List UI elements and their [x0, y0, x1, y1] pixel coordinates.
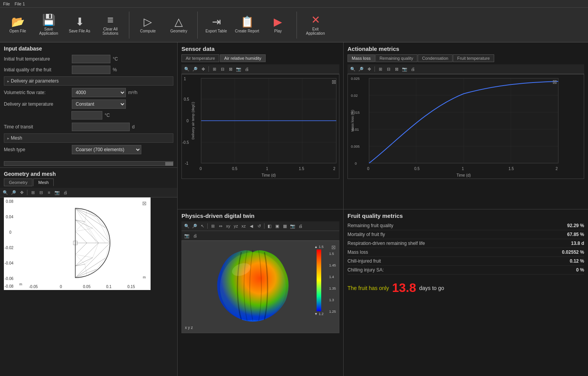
zoom-out3-icon[interactable]: 🔎	[191, 223, 198, 229]
3d-resize-icon[interactable]: ⊠	[331, 244, 336, 250]
camera3-icon[interactable]: 📷	[401, 66, 408, 73]
metrics-chart-resize-icon[interactable]: ⊠	[552, 79, 557, 85]
mesh-header[interactable]: Mesh	[4, 133, 173, 143]
export-table-button[interactable]: ⇥ Export Table	[202, 10, 230, 40]
geometry-button[interactable]: △ Geometry	[165, 10, 193, 40]
volumetric-flow-row: Volumetric flow rate: 4000 m³/h	[4, 88, 173, 97]
cursor3-icon[interactable]: ↖	[199, 223, 206, 229]
delivery-air-temp-input[interactable]: 0	[71, 111, 102, 120]
time-of-transit-row: Time of transit 2 [d] d	[4, 123, 173, 131]
create-report-button[interactable]: 📋 Create Report	[233, 10, 261, 40]
pan-icon[interactable]: ✥	[366, 66, 373, 73]
camera5-icon[interactable]: 📷	[183, 232, 190, 239]
svg-text:1: 1	[266, 167, 268, 171]
file-menu[interactable]: File	[3, 2, 10, 6]
time-of-transit-label: Time of transit	[4, 124, 69, 130]
initial-quality-input[interactable]: 100 [%]	[72, 66, 110, 74]
exit-application-button[interactable]: ✕ Exit Application	[302, 10, 329, 40]
svg-line-31	[75, 243, 87, 255]
delivery-air-header[interactable]: Delivery air parameters	[4, 76, 173, 86]
grid-toggle-icon[interactable]: ⊟	[219, 66, 226, 73]
chart-resize-icon[interactable]: ⊠	[332, 79, 336, 85]
zoom-in-icon[interactable]: 🔍	[2, 189, 9, 196]
metric-row-2: Respiration-driven remaining shelf life …	[347, 239, 584, 248]
print2-icon[interactable]: 🖨	[243, 66, 250, 73]
svg-text:2: 2	[333, 167, 336, 171]
mesh-type-select[interactable]: Coarser (700 elements)	[72, 145, 141, 154]
prev-icon[interactable]: ◀	[248, 223, 255, 229]
time-of-transit-input[interactable]: 2 [d]	[72, 123, 130, 131]
xy-icon[interactable]: xy	[225, 223, 232, 229]
grid-toggle2-icon[interactable]: ⊟	[385, 66, 392, 73]
camera4-icon[interactable]: 📷	[289, 223, 296, 229]
axes-toggle2-icon[interactable]: ⊞	[377, 66, 384, 73]
rotate-icon[interactable]: ↺	[256, 223, 263, 229]
tab-remaining-quality[interactable]: Remaining quality	[375, 54, 417, 62]
toolbar-separator-1	[129, 12, 129, 39]
axes-toggle-icon[interactable]: ⊞	[211, 66, 218, 73]
tab-air-temperature[interactable]: Air temperature	[181, 54, 219, 62]
play-button[interactable]: ▶ Play	[264, 10, 292, 40]
print4-icon[interactable]: 🖨	[297, 223, 304, 229]
zoom-out-icon[interactable]: 🔎	[191, 66, 198, 73]
tab-geometry[interactable]: Geometry	[4, 179, 32, 186]
tab-fruit-temperature[interactable]: Fruit temperature	[453, 54, 494, 62]
print-icon[interactable]: 🖨	[62, 189, 69, 196]
box-icon[interactable]: ⊞	[209, 223, 216, 229]
save-file-as-button[interactable]: ⬇ Save File As	[66, 10, 93, 40]
open-file-icon: 📂	[11, 17, 25, 27]
svg-line-28	[75, 258, 93, 266]
colorbar-label-3: 1.4	[329, 275, 336, 279]
svg-text:Time (d): Time (d)	[262, 173, 276, 177]
initial-fruit-temp-input[interactable]: 20	[72, 55, 110, 63]
create-report-icon: 📋	[241, 17, 254, 27]
tab-mass-loss[interactable]: Mass loss	[347, 54, 375, 62]
delivery-air-temp-value-row: 0 °C	[71, 111, 173, 120]
clear-all-solutions-button[interactable]: ≡ Clear All Solutions	[97, 10, 124, 40]
metrics-chart-svg: 0.025 0.02 0.015 0.01 0.005 0 0 0.5 1 1.…	[348, 74, 564, 179]
vis3-icon[interactable]: ▦	[281, 223, 288, 229]
physics-twin-title: Physics-driven digital twin	[181, 212, 339, 219]
pan-icon[interactable]: ✥	[18, 189, 25, 196]
save-application-button[interactable]: 💾 Save Application	[35, 10, 63, 40]
open-file-button[interactable]: 📂 Open File	[4, 10, 32, 40]
svg-line-15	[75, 208, 105, 228]
data-cursor-icon[interactable]: ⊠	[227, 66, 234, 73]
resize-icon[interactable]: ⊠	[142, 200, 147, 206]
physics-chart-toolbar2: 📷 🖨	[181, 231, 339, 241]
vis2-icon[interactable]: ▣	[274, 223, 281, 229]
data-cursor2-icon[interactable]: ⊠	[393, 66, 400, 73]
axes-icon[interactable]: ⊟	[37, 189, 44, 196]
svg-text:0.5: 0.5	[414, 167, 420, 171]
zoom-out-icon[interactable]: 🔎	[358, 66, 364, 73]
camera2-icon[interactable]: 📷	[235, 66, 242, 73]
zoom-in3-icon[interactable]: 🔍	[183, 223, 190, 229]
delivery-air-temp-select[interactable]: Constant	[72, 99, 126, 109]
arrows-icon[interactable]: ⇔	[217, 223, 224, 229]
volumetric-flow-select[interactable]: 4000	[72, 88, 126, 97]
left-panel-scrollbar[interactable]	[4, 161, 173, 166]
legend-icon[interactable]: ≡	[46, 189, 53, 196]
camera-icon[interactable]: 📷	[54, 189, 61, 196]
grid-icon[interactable]: ⊞	[29, 189, 36, 196]
metric-label-0: Remaining fruit quality	[347, 223, 393, 228]
print3-icon[interactable]: 🖨	[409, 66, 416, 73]
pan-icon[interactable]: ✥	[200, 66, 207, 73]
file1-menu[interactable]: File 1	[15, 2, 25, 6]
xz-icon[interactable]: xz	[240, 223, 247, 229]
tab-condensation[interactable]: Condensation	[418, 54, 452, 62]
svg-text:0.08: 0.08	[6, 199, 14, 204]
tab-mesh[interactable]: Mesh	[33, 179, 54, 186]
vis1-icon[interactable]: ◧	[266, 223, 273, 229]
svg-text:1.5: 1.5	[508, 167, 514, 171]
compute-button[interactable]: ▷ Compute	[134, 10, 162, 40]
print5-icon[interactable]: 🖨	[191, 232, 198, 239]
metrics-tabs: Mass loss Remaining quality Condensation…	[347, 54, 584, 62]
svg-text:0.025: 0.025	[351, 77, 360, 81]
zoom-in-icon[interactable]: 🔍	[183, 66, 190, 73]
tab-air-humidity[interactable]: Air relative humidity	[220, 54, 266, 62]
yz-icon[interactable]: yz	[232, 223, 239, 229]
zoom-in-icon[interactable]: 🔍	[349, 66, 356, 73]
metric-row-4: Chill-injured fruit 0.12 %	[347, 257, 584, 266]
zoom-out-icon[interactable]: 🔎	[10, 189, 17, 196]
